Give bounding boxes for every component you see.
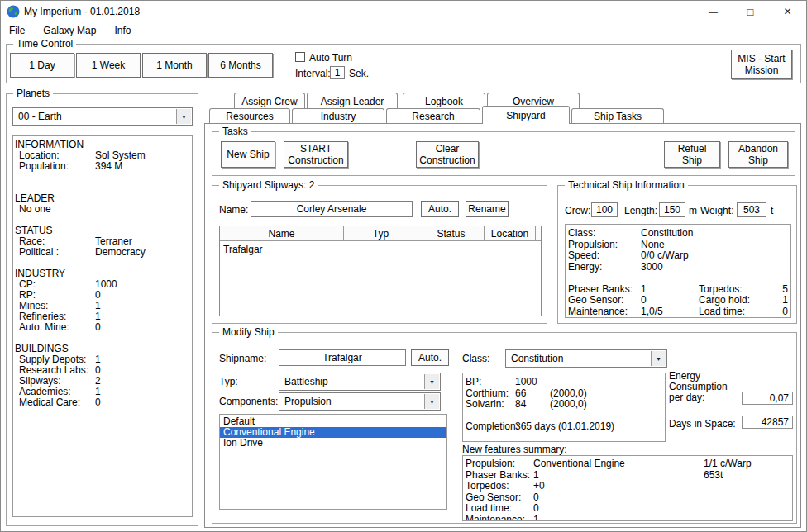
tech-row (566, 273, 790, 284)
column-header-status[interactable]: Status (418, 226, 485, 240)
tasks-group: Tasks New Ship START Construction Clear … (212, 131, 795, 176)
column-header-filler (536, 226, 541, 240)
planet-info-line: CP:1000 (13, 279, 192, 290)
slipway-auto-button[interactable]: Auto. (421, 201, 459, 217)
feature-row: Maintenance:1 (463, 515, 792, 522)
components-select[interactable]: Propulsion ▼ (279, 392, 441, 411)
cost-row: BP:1000 (463, 377, 665, 388)
slipway-table-header: Name Typ Status Location (220, 226, 541, 241)
one-month-button[interactable]: 1 Month (142, 53, 207, 78)
planet-info-list: INFORMATION Location:Sol System Populati… (12, 135, 193, 517)
tech-row: Maintenance:1,0/5Load time:0 (566, 306, 790, 318)
component-item-ion-drive[interactable]: Ion Drive (220, 438, 446, 449)
planets-legend: Planets (13, 88, 53, 99)
energy-consumption-value: 0,07 (742, 392, 793, 405)
weight-field[interactable] (737, 202, 766, 217)
typ-label: Typ: (219, 376, 238, 387)
menu-file[interactable]: File (7, 24, 26, 37)
planet-info-line: Political :Democracy (13, 247, 192, 258)
tab-assign-leader[interactable]: Assign Leader (307, 93, 398, 109)
cost-box: BP:1000 Corthium:66(2000,0) Solvarin:84(… (462, 373, 666, 442)
one-day-button[interactable]: 1 Day (10, 53, 74, 78)
title-bar: My Imperium - 01.01.2018 — □ ✕ (1, 1, 806, 22)
tech-row: Phaser Banks:1Torpedos:5 (566, 284, 790, 296)
globe-icon (7, 5, 20, 18)
class-label: Class: (462, 353, 489, 364)
tab-shipyard-active[interactable]: Shipyard (482, 106, 570, 124)
chevron-down-icon[interactable]: ▼ (651, 351, 666, 366)
tab-logbook[interactable]: Logbook (403, 93, 485, 109)
menu-galaxy-map[interactable]: Galaxy Map (41, 24, 98, 37)
menu-info[interactable]: Info (112, 24, 132, 37)
modify-ship-legend: Modify Ship (219, 326, 278, 338)
new-ship-button[interactable]: New Ship (221, 141, 275, 168)
shipname-input[interactable] (279, 349, 406, 366)
column-header-typ[interactable]: Typ (344, 226, 418, 240)
slipway-name-label: Name: (219, 204, 248, 216)
slipway-table: Name Typ Status Location Trafalgar (219, 226, 542, 316)
ship-location-cell (485, 244, 536, 255)
tab-assign-crew[interactable]: Assign Crew (234, 93, 305, 109)
time-control-group: Time Control 1 Day 1 Week 1 Month 6 Mont… (6, 44, 801, 83)
typ-select[interactable]: Battleship ▼ (279, 373, 441, 391)
tech-row: Class:Constitution (566, 228, 790, 240)
cost-row: Corthium:66(2000,0) (463, 388, 665, 400)
cost-row-blank (463, 411, 665, 422)
column-header-location[interactable]: Location (485, 226, 536, 240)
feature-row: Load time:0 (463, 503, 792, 515)
tab-industry[interactable]: Industry (292, 108, 384, 123)
tech-info-group: Technical Ship Information Crew: Length:… (557, 185, 797, 324)
class-select[interactable]: Constitution ▼ (505, 349, 667, 368)
tech-info-box: Class:Constitution Propulsion:None Speed… (565, 224, 791, 318)
slipways-group: Shipyard Slipways: 2 Name: Auto. Rename … (212, 185, 547, 324)
crew-field[interactable] (591, 202, 618, 217)
auto-turn-checkbox[interactable] (295, 52, 305, 62)
components-select-value: Propulsion (284, 393, 332, 410)
planet-select-value: 00 - Earth (18, 108, 62, 125)
tech-row: Geo Sensor:0Cargo hold:1 (566, 295, 790, 306)
tab-research[interactable]: Research (386, 108, 480, 123)
chevron-down-icon[interactable]: ▼ (176, 109, 191, 124)
six-months-button[interactable]: 6 Months (208, 53, 273, 78)
tab-resources[interactable]: Resources (209, 108, 290, 123)
one-week-button[interactable]: 1 Week (76, 53, 141, 78)
length-unit-label: m (689, 205, 697, 216)
shipname-auto-button[interactable]: Auto. (411, 349, 449, 366)
refuel-ship-button[interactable]: Refuel Ship (664, 141, 720, 168)
length-label: Length: (624, 205, 657, 216)
ship-typ-cell (344, 244, 418, 255)
clear-construction-button[interactable]: Clear Construction (416, 141, 479, 168)
feature-row: Phaser Banks:1653t (463, 470, 792, 482)
abandon-ship-button[interactable]: Abandon Ship (728, 141, 788, 168)
planet-select[interactable]: 00 - Earth ▼ (12, 107, 193, 126)
table-row[interactable]: Trafalgar (220, 244, 541, 255)
length-field[interactable] (659, 202, 685, 217)
column-header-name[interactable]: Name (220, 226, 344, 240)
close-button[interactable]: ✕ (769, 1, 806, 22)
minimize-button[interactable]: — (695, 1, 732, 22)
features-summary-label: New features summary: (462, 444, 567, 455)
chevron-down-icon[interactable]: ▼ (424, 394, 439, 409)
interval-input[interactable] (330, 66, 345, 79)
feature-row: Geo Sensor:0 (463, 492, 792, 504)
start-mission-button[interactable]: MIS - Start Mission (731, 50, 792, 79)
tasks-legend: Tasks (219, 126, 251, 137)
tech-row: Speed:0/0 c/Warp (566, 250, 790, 262)
maximize-button[interactable]: □ (732, 1, 769, 22)
ship-status-cell (418, 244, 485, 255)
planets-group: Planets 00 - Earth ▼ INFORMATION Locatio… (6, 93, 198, 526)
planet-info-blank (13, 172, 192, 183)
days-in-space-value: 42857 (742, 416, 793, 429)
typ-select-value: Battleship (284, 373, 328, 390)
tab-ship-tasks[interactable]: Ship Tasks (571, 108, 664, 123)
planet-info-line: No one (13, 204, 192, 215)
start-construction-button[interactable]: START Construction (284, 141, 348, 168)
time-control-legend: Time Control (13, 38, 76, 50)
cost-row: Solvarin:84(2000,0) (463, 399, 665, 411)
feature-row: Torpedos:+0 (463, 481, 792, 492)
slipway-rename-button[interactable]: Rename (466, 201, 509, 217)
slipway-name-input[interactable] (251, 201, 413, 217)
component-list: Default Conventional Engine Ion Drive (219, 414, 447, 510)
chevron-down-icon[interactable]: ▼ (424, 374, 439, 389)
tech-row: Energy:3000 (566, 262, 790, 273)
